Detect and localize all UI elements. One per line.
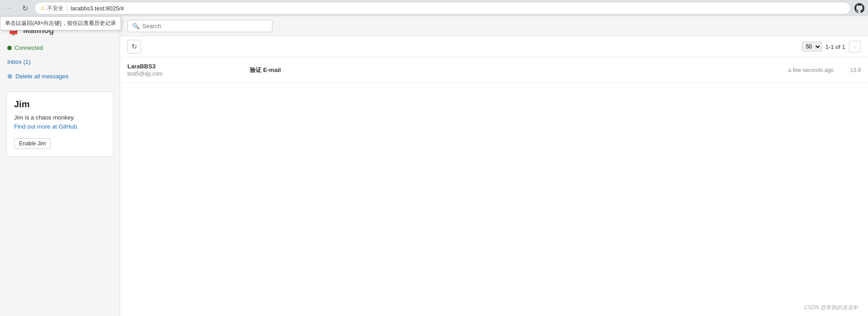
messages-list: LaraBBS3 test5@qq.com 验证 E-mail a few se…	[120, 57, 868, 316]
profile-button[interactable]	[854, 3, 864, 13]
sender-email: test5@qq.com	[127, 71, 241, 77]
connection-status: Connected	[0, 42, 120, 54]
status-dot	[7, 46, 12, 50]
reload-button[interactable]: ↻	[19, 2, 31, 14]
search-input[interactable]	[142, 23, 267, 29]
url-text[interactable]: larabbs3.test:8025/#	[71, 5, 124, 12]
delete-all-label: Delete all messages	[15, 73, 68, 80]
security-text: 不安全	[47, 5, 63, 12]
jim-card: Jim Jim is a chaos monkey. Find out more…	[6, 91, 113, 157]
jim-github-link[interactable]: Find out more at GitHub.	[14, 123, 78, 130]
address-bar: ⚠ 不安全 | larabbs3.test:8025/#	[34, 2, 851, 14]
refresh-icon: ↻	[131, 43, 137, 51]
search-icon: 🔍	[132, 23, 140, 29]
back-button[interactable]: ←	[4, 2, 15, 14]
enable-jim-button[interactable]: Enable Jim	[14, 138, 51, 149]
warning-icon: ⚠	[40, 5, 45, 11]
delete-icon: ⊗	[7, 72, 13, 80]
table-row[interactable]: LaraBBS3 test5@qq.com 验证 E-mail a few se…	[120, 57, 868, 83]
message-size: 13.9	[843, 67, 861, 73]
jim-title: Jim	[14, 99, 106, 110]
pagination-info: 1-1 of 1	[825, 43, 845, 50]
search-bar-container: 🔍	[120, 16, 868, 36]
prev-page-button[interactable]: ‹	[849, 41, 861, 53]
message-time: a few seconds ago	[788, 67, 834, 73]
status-text: Connected	[15, 44, 43, 51]
address-divider: |	[66, 5, 68, 12]
back-tooltip: 单击以返回(Alt+向左键)，按住以查看历史记录	[0, 16, 121, 30]
refresh-button[interactable]: ↻	[127, 40, 141, 53]
message-sender: LaraBBS3 test5@qq.com	[127, 63, 241, 77]
sender-name: LaraBBS3	[127, 63, 241, 70]
browser-toolbar: ← ↻ ⚠ 不安全 | larabbs3.test:8025/#	[0, 0, 868, 16]
app-container: 📮 Mailhog Connected Inbox (1) ⊗ Delete a…	[0, 16, 868, 316]
security-warning: ⚠ 不安全	[40, 5, 63, 12]
pagination-controls: 50 25 10 1-1 of 1 ‹	[802, 41, 861, 53]
messages-toolbar: ↻ 50 25 10 1-1 of 1 ‹	[120, 36, 868, 57]
footer-attribution: CSDN @奔跑的皮皮虾	[804, 304, 859, 311]
message-subject: 验证 E-mail	[241, 66, 788, 74]
main-content: 🔍 ↻ 50 25 10 1-1 of 1 ‹ L	[120, 16, 868, 316]
inbox-link[interactable]: Inbox (1)	[0, 56, 120, 68]
delete-all-link[interactable]: ⊗ Delete all messages	[0, 70, 120, 82]
per-page-select[interactable]: 50 25 10	[802, 42, 822, 52]
jim-description: Jim is a chaos monkey. Find out more at …	[14, 113, 106, 131]
search-wrapper: 🔍	[127, 20, 272, 32]
sidebar: 📮 Mailhog Connected Inbox (1) ⊗ Delete a…	[0, 16, 120, 316]
